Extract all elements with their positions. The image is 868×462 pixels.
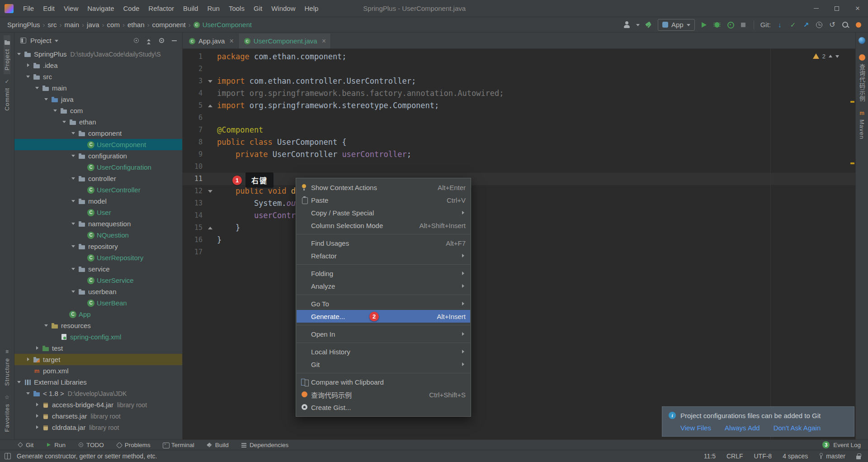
menu-item-folding[interactable]: Folding [297, 267, 470, 280]
toolwindow-button-todo[interactable]: TODO [78, 442, 104, 448]
menu-item-show-context-actions[interactable]: Show Context ActionsAlt+Enter [297, 181, 470, 194]
code-text[interactable]: package com.ethan.component; [215, 51, 347, 63]
code-text[interactable]: import org.springframework.stereotype.Co… [215, 100, 439, 112]
readonly-lock-icon[interactable] [856, 456, 861, 459]
code-text[interactable] [215, 173, 217, 185]
toolwindow-button-run[interactable]: Run [46, 442, 66, 448]
tree-row-controller[interactable]: controller [14, 173, 182, 184]
tree-row-service[interactable]: service [14, 263, 182, 275]
code-text[interactable]: import org.springframework.beans.factory… [215, 87, 504, 100]
tree-row-pom-xml[interactable]: mpom.xml [14, 365, 182, 376]
search-icon[interactable] [841, 21, 849, 29]
fold-marker-icon[interactable] [206, 222, 215, 234]
tree-row-spring-config-xml[interactable]: spring-config.xml [14, 331, 182, 343]
stripe-tab-maven[interactable]: mMaven [858, 106, 866, 143]
menubar-item-window[interactable]: Window [267, 3, 299, 14]
caret-position[interactable]: 11:5 [704, 452, 716, 460]
prev-warning-icon[interactable] [829, 53, 832, 57]
menu-item-create-gist[interactable]: Create Gist... [297, 401, 470, 414]
stripe-tab-code-examples[interactable]: 查询代码示例 [858, 50, 866, 106]
breadcrumb-item-ethan[interactable]: ethan [127, 21, 146, 29]
expanded-arrow-icon[interactable] [16, 376, 23, 388]
collapsed-arrow-icon[interactable] [25, 354, 32, 365]
chevron-down-icon[interactable] [55, 40, 58, 44]
menu-item-analyze[interactable]: Analyze [297, 280, 470, 292]
menu-item-find-usages[interactable]: Find UsagesAlt+F7 [297, 237, 470, 249]
stripe-tab-project[interactable]: Project [4, 35, 10, 74]
code-text[interactable]: @Component [215, 124, 263, 136]
tree-row-nquestion[interactable]: CNQuestion [14, 229, 182, 241]
expanded-arrow-icon[interactable] [71, 286, 77, 297]
breadcrumb-item-component[interactable]: component [151, 21, 186, 29]
collapsed-arrow-icon[interactable] [34, 410, 41, 422]
tree-row-cldrdata-jar[interactable]: cldrdata.jarlibrary root [14, 422, 182, 433]
tree-row-configuration[interactable]: configuration [14, 150, 182, 162]
gear-icon[interactable] [158, 37, 165, 44]
next-warning-icon[interactable] [835, 55, 839, 60]
stripe-tab-structure[interactable]: ≡Structure [0, 344, 14, 390]
code-text[interactable] [215, 246, 217, 258]
expanded-arrow-icon[interactable] [71, 173, 77, 184]
expanded-arrow-icon[interactable] [71, 195, 77, 207]
code-text[interactable]: public class UserComponent { [215, 136, 347, 148]
tree-row-userconfiguration[interactable]: CUserConfiguration [14, 162, 182, 173]
toolwindow-switcher-icon[interactable] [5, 453, 11, 459]
tree-row-target[interactable]: target [14, 354, 182, 365]
menubar-item-navigate[interactable]: Navigate [83, 3, 118, 14]
rollback-icon[interactable]: ↺ [828, 21, 836, 29]
stripe-tab-commit[interactable]: ✓Commit [4, 74, 10, 115]
git-update-icon[interactable]: ↓ [776, 21, 784, 29]
expanded-arrow-icon[interactable] [71, 218, 77, 229]
collapse-all-icon[interactable] [146, 37, 152, 44]
menu-item-cn-item[interactable]: 查询代码示例Ctrl+Shift+S [297, 388, 470, 401]
tree-row-usercontroller[interactable]: CUserController [14, 184, 182, 195]
menubar-item-tools[interactable]: Tools [225, 3, 249, 14]
toolwindow-button-problems[interactable]: Problems [116, 442, 151, 448]
notification-action-view-files[interactable]: View Files [680, 424, 711, 432]
fold-marker-icon[interactable] [206, 75, 215, 87]
fold-marker-icon[interactable] [206, 185, 215, 197]
menubar-item-refactor[interactable]: Refactor [144, 3, 178, 14]
tree-row-charsets-jar[interactable]: charsets.jarlibrary root [14, 410, 182, 422]
plugin-icon[interactable] [854, 21, 863, 29]
tree-row-external-libraries[interactable]: External Libraries [14, 376, 182, 388]
tab-app-java[interactable]: CApp.java× [184, 33, 239, 48]
tree-row-main[interactable]: main [14, 82, 182, 94]
tree-row-model[interactable]: model [14, 195, 182, 207]
tree-row-access-bridge-64-jar[interactable]: access-bridge-64.jarlibrary root [14, 399, 182, 410]
expanded-arrow-icon[interactable] [71, 128, 77, 139]
tree-row-usercomponent[interactable]: CUserComponent [14, 139, 182, 150]
code-text[interactable] [215, 63, 217, 75]
stripe-tab-favorites[interactable]: ☆Favorites [0, 390, 14, 436]
tree-row-ethan[interactable]: ethan [14, 116, 182, 128]
file-encoding[interactable]: UTF-8 [754, 452, 772, 460]
editor[interactable]: 1package com.ethan.component;23import co… [183, 49, 855, 439]
menu-item-column-selection-mode[interactable]: Column Selection ModeAlt+Shift+Insert [297, 219, 470, 232]
tree-row-springplus[interactable]: SpringPlusD:\study\JavaCode\dailyStudy\S [14, 48, 182, 60]
menu-item-local-history[interactable]: Local History [297, 345, 470, 358]
tree-row-idea[interactable]: .idea [14, 60, 182, 71]
tree-row-userservice[interactable]: CUserService [14, 275, 182, 286]
locate-file-icon[interactable] [133, 37, 140, 44]
tree-row-1-8[interactable]: < 1.8 >D:\develop\Java\JDK [14, 388, 182, 399]
expanded-arrow-icon[interactable] [25, 388, 32, 399]
git-branch[interactable]: master [819, 452, 845, 460]
menu-item-refactor[interactable]: Refactor [297, 249, 470, 262]
toolwindow-button-dependencies[interactable]: Dependencies [241, 442, 288, 448]
menu-item-git[interactable]: Git [297, 358, 470, 371]
history-icon[interactable] [815, 21, 823, 29]
tree-row-component[interactable]: component [14, 128, 182, 139]
collapsed-arrow-icon[interactable] [34, 422, 41, 433]
code-text[interactable]: } [215, 234, 222, 246]
breadcrumb-item-java[interactable]: java [86, 21, 100, 29]
inspection-widget[interactable]: 2 [813, 52, 839, 60]
code-text[interactable]: userContr [215, 210, 296, 222]
expanded-arrow-icon[interactable] [34, 82, 41, 94]
expanded-arrow-icon[interactable] [43, 94, 50, 105]
toolwindow-button-build[interactable]: Build [207, 442, 229, 448]
tab-usercomponent-java[interactable]: CUserComponent.java× [239, 33, 331, 48]
menu-item-paste[interactable]: PasteCtrl+V [297, 194, 470, 206]
tree-row-user[interactable]: CUser [14, 207, 182, 218]
indent-setting[interactable]: 4 spaces [783, 452, 808, 460]
breadcrumb-item-com[interactable]: com [106, 21, 121, 29]
